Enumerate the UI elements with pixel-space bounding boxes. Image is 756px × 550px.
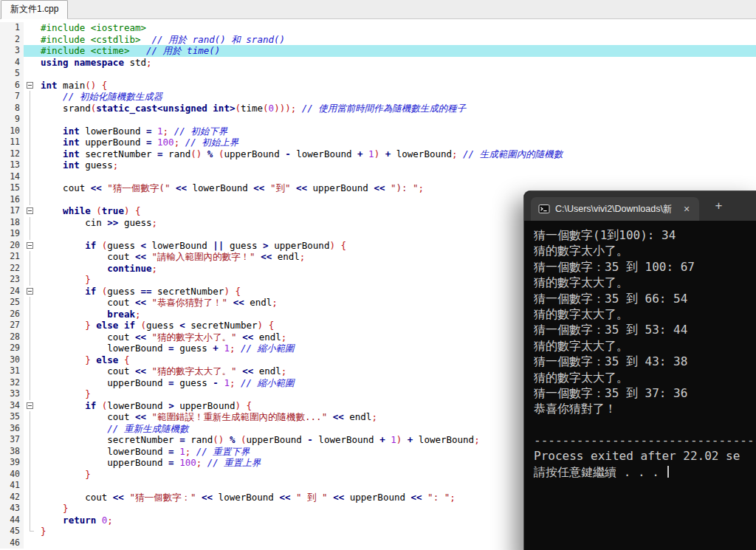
terminal-line: 猜一個數字：35 到 100: 67 — [534, 259, 756, 275]
code-line[interactable]: 2#include <cstdlib> // 用於 rand() 和 srand… — [0, 34, 756, 46]
terminal-output[interactable]: 猜一個數字(1到100): 34猜的數字太小了。猜一個數字：35 到 100: … — [524, 221, 756, 550]
terminal-line: 猜一個數字：35 到 53: 44 — [534, 322, 756, 337]
terminal-window: C:\Users\vivi2\Downloads\新 ✕ + 猜一個數字(1到1… — [523, 190, 756, 550]
line-number: 37 — [0, 434, 24, 446]
fold-collapse-icon[interactable] — [27, 207, 33, 214]
line-number: 6 — [0, 80, 24, 92]
fold-collapse-icon[interactable] — [27, 402, 33, 409]
line-number: 11 — [0, 137, 24, 148]
fold-margin — [24, 343, 36, 354]
tab-close-icon[interactable]: ✕ — [680, 203, 693, 216]
code-line[interactable]: 5 — [0, 68, 756, 80]
line-number: 17 — [0, 205, 24, 217]
fold-margin — [24, 537, 36, 549]
terminal-tab[interactable]: C:\Users\vivi2\Downloads\新 ✕ — [531, 197, 699, 221]
line-number: 29 — [0, 343, 24, 354]
line-number: 41 — [0, 480, 24, 492]
terminal-line: 猜的數字太大了。 — [534, 370, 756, 385]
fold-marker[interactable] — [24, 400, 36, 412]
terminal-line: Process exited after 22.02 se — [534, 448, 756, 464]
fold-margin — [24, 217, 36, 229]
fold-margin — [24, 446, 36, 458]
line-number: 20 — [0, 240, 24, 252]
fold-collapse-icon[interactable] — [27, 288, 33, 295]
terminal-line: 猜一個數字：35 到 66: 54 — [534, 291, 756, 306]
terminal-line: 猜的數字太大了。 — [534, 306, 756, 322]
terminal-line: 猜一個數字：35 到 37: 36 — [534, 385, 756, 401]
fold-margin — [24, 68, 36, 80]
new-tab-button[interactable]: + — [709, 199, 729, 213]
fold-marker[interactable] — [24, 205, 36, 217]
line-number: 7 — [0, 91, 24, 103]
terminal-cursor — [667, 466, 669, 478]
line-number: 44 — [0, 515, 24, 526]
line-number: 12 — [0, 148, 24, 160]
line-number: 2 — [0, 34, 24, 46]
fold-margin — [24, 320, 36, 331]
editor-tab-bar: 新文件1.cpp — [0, 0, 756, 19]
line-number: 4 — [0, 57, 24, 69]
code-line[interactable]: 12 int secretNumber = rand() % (upperBou… — [0, 148, 756, 160]
fold-marker[interactable] — [24, 240, 36, 252]
cmd-icon — [538, 203, 550, 215]
fold-margin — [24, 480, 36, 492]
line-number: 35 — [0, 411, 24, 423]
fold-margin — [24, 365, 36, 377]
line-number: 31 — [0, 365, 24, 377]
line-number: 42 — [0, 492, 24, 503]
line-number: 21 — [0, 251, 24, 263]
line-number: 13 — [0, 159, 24, 171]
terminal-titlebar[interactable]: C:\Users\vivi2\Downloads\新 ✕ + — [524, 191, 756, 221]
fold-margin — [24, 45, 36, 57]
fold-margin — [24, 171, 36, 183]
line-number: 46 — [0, 537, 24, 549]
fold-margin — [24, 103, 36, 114]
code-line[interactable]: 7 // 初始化隨機數生成器 — [0, 91, 756, 103]
line-number: 25 — [0, 297, 24, 309]
fold-marker[interactable] — [24, 286, 36, 298]
fold-margin — [24, 274, 36, 286]
fold-collapse-icon[interactable] — [27, 82, 33, 89]
line-number: 16 — [0, 194, 24, 206]
line-number: 1 — [0, 22, 24, 34]
code-line[interactable]: 10 int lowerBound = 1; // 初始下界 — [0, 126, 756, 137]
code-line[interactable]: 14 — [0, 171, 756, 183]
fold-margin — [24, 194, 36, 206]
code-line[interactable]: 9 — [0, 114, 756, 126]
terminal-line: 猜的數字太小了。 — [534, 243, 756, 258]
line-number: 23 — [0, 274, 24, 286]
line-number: 45 — [0, 526, 24, 537]
line-number: 26 — [0, 309, 24, 320]
fold-margin — [24, 34, 36, 46]
fold-margin — [24, 423, 36, 435]
code-line[interactable]: 4using namespace std; — [0, 57, 756, 69]
code-line[interactable]: 8 srand(static_cast<unsigned int>(time(0… — [0, 103, 756, 114]
terminal-line: 猜的數字太大了。 — [534, 275, 756, 290]
terminal-tab-title: C:\Users\vivi2\Downloads\新 — [555, 203, 672, 216]
editor-tab-active[interactable]: 新文件1.cpp — [1, 0, 68, 19]
fold-marker[interactable] — [24, 80, 36, 92]
line-number: 28 — [0, 331, 24, 343]
code-line[interactable]: 13 int guess; — [0, 159, 756, 171]
terminal-line — [534, 417, 756, 433]
line-number: 22 — [0, 263, 24, 275]
fold-margin — [24, 91, 36, 103]
fold-margin — [24, 22, 36, 34]
code-line[interactable]: 1#include <iostream> — [0, 22, 756, 34]
terminal-line: 猜一個數字(1到100): 34 — [534, 227, 756, 243]
line-number: 36 — [0, 423, 24, 435]
code-line[interactable]: 6int main() { — [0, 80, 756, 92]
line-number: 38 — [0, 446, 24, 458]
line-number: 3 — [0, 45, 24, 57]
code-line[interactable]: 3#include <ctime> // 用於 time() — [0, 45, 756, 57]
code-line[interactable]: 11 int upperBound = 100; // 初始上界 — [0, 137, 756, 148]
fold-margin — [24, 159, 36, 171]
line-number: 40 — [0, 469, 24, 481]
fold-margin — [24, 182, 36, 194]
line-number: 9 — [0, 114, 24, 126]
line-number: 34 — [0, 400, 24, 412]
fold-collapse-icon[interactable] — [27, 242, 33, 249]
terminal-line: 猜的數字太大了。 — [534, 338, 756, 354]
fold-margin — [24, 388, 36, 400]
fold-margin — [24, 309, 36, 320]
